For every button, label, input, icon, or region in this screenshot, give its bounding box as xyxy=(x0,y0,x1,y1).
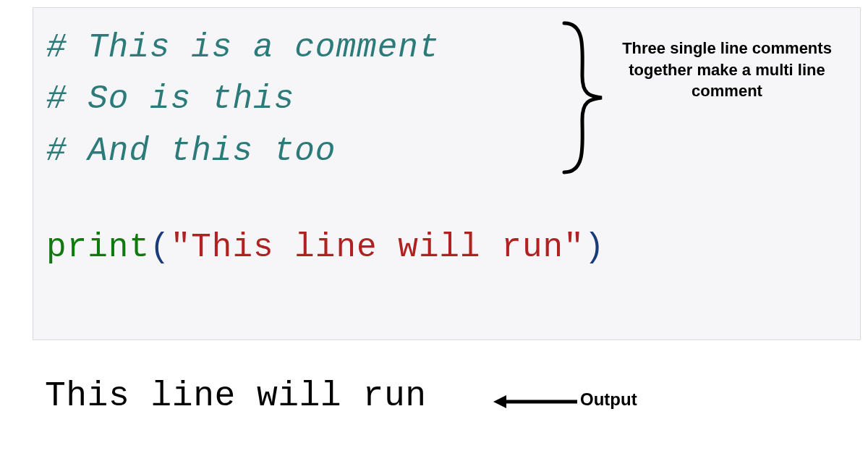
brace-annotation: Three single line comments together make… xyxy=(618,38,835,102)
token-string: "This line will run" xyxy=(171,229,584,266)
token-paren-open: ( xyxy=(150,229,171,266)
token-function: print xyxy=(46,229,150,266)
arrow-left-icon xyxy=(492,391,579,413)
comment-line-3: # And this too xyxy=(46,126,847,177)
print-statement: print("This line will run") xyxy=(46,222,847,274)
output-text: This line will run xyxy=(45,376,426,415)
svg-marker-1 xyxy=(493,395,506,408)
token-paren-close: ) xyxy=(584,229,605,266)
output-annotation: Output xyxy=(580,389,637,410)
curly-brace-icon xyxy=(550,14,622,181)
